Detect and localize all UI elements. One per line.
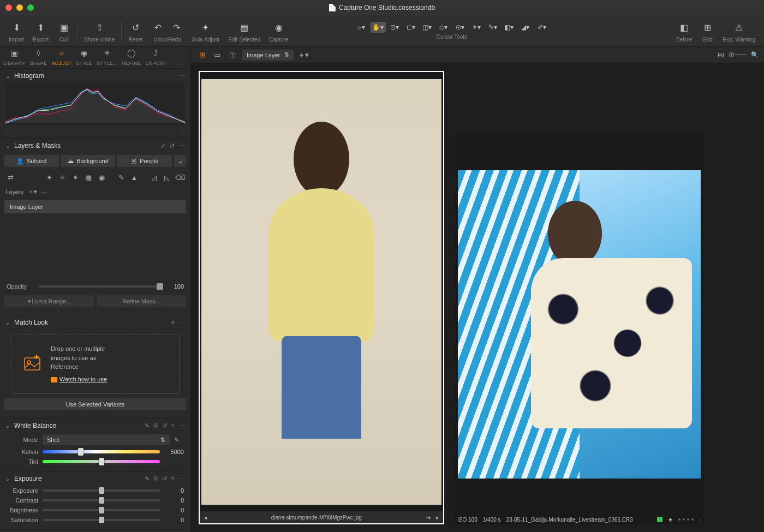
copy-icon[interactable]: ✎ xyxy=(145,475,150,482)
maximize-window[interactable] xyxy=(27,4,34,11)
cull-button[interactable]: ▣ Cull xyxy=(57,19,70,43)
add-viewer-icon[interactable]: ＋▾ xyxy=(298,50,309,61)
subject-mask-button[interactable]: 👤Subject xyxy=(4,155,59,167)
exposure-warning-button[interactable]: ⚠ Exp. Warning xyxy=(723,19,755,43)
clear-mask-icon[interactable]: ⌫ xyxy=(175,172,185,182)
panel-menu[interactable]: ⋯ xyxy=(179,475,185,482)
match-look-dropzone[interactable]: Drop one or multiple images to use as Re… xyxy=(11,334,180,394)
minimize-window[interactable] xyxy=(16,4,23,11)
erase-tool[interactable]: ◧▾ xyxy=(502,22,517,33)
capture-button[interactable]: ◉ Capture xyxy=(269,19,289,43)
panel-menu[interactable]: ⋯ xyxy=(179,422,185,429)
radial-mask-icon[interactable]: ◉ xyxy=(97,172,106,182)
background-mask-button[interactable]: ⛰Background xyxy=(61,155,116,167)
grid-view-icon[interactable]: ⊞ xyxy=(196,50,207,61)
undo-redo-button[interactable]: ↶↷ Undo/Redo xyxy=(152,19,183,43)
before-after-button[interactable]: ◧ Before xyxy=(676,19,692,43)
view-toggle[interactable]: ▫▾ xyxy=(426,515,431,521)
layer-item[interactable]: Image Layer xyxy=(4,200,186,213)
panel-menu[interactable]: ⋯ xyxy=(179,319,185,326)
remove-layer[interactable]: — xyxy=(41,189,47,195)
add-layer[interactable]: ＋▾ xyxy=(28,188,37,196)
edit-selected-button[interactable]: ▤ Edit Selected xyxy=(228,19,260,43)
keystone-tool[interactable]: ◇▾ xyxy=(436,22,451,33)
watch-link[interactable]: Watch how to use xyxy=(59,376,107,382)
chevron-down-icon[interactable]: ⌄ xyxy=(5,143,11,149)
reset-panel-icon[interactable]: ↺ xyxy=(170,142,175,150)
tab-refine[interactable]: ◯ REFINE xyxy=(122,47,141,68)
mask-options[interactable]: ⌄ xyxy=(174,155,186,167)
tab-style-more[interactable]: ☀ STYLE... xyxy=(97,47,117,68)
star-rating[interactable]: ★ xyxy=(668,517,673,523)
saturation-slider[interactable] xyxy=(43,519,160,521)
pointer-tool[interactable]: ▹▾ xyxy=(354,22,369,33)
tab-adjust[interactable]: ⟐ ADJUST xyxy=(51,47,71,68)
contrast-slider[interactable] xyxy=(43,499,160,501)
image-2[interactable]: ISO 100 1/400 s 23-05-11_Gabija-Morkunai… xyxy=(455,134,703,524)
single-view-icon[interactable]: ▭ xyxy=(212,50,223,61)
share-button[interactable]: ⇪ Share online xyxy=(84,19,115,43)
use-selected-variants-button[interactable]: Use Selected Variants xyxy=(4,398,186,410)
variant-icon[interactable]: ▫ xyxy=(699,517,701,523)
brush-tool[interactable]: ✎▾ xyxy=(485,22,500,33)
exposure-slider[interactable] xyxy=(43,489,160,492)
tint-slider[interactable] xyxy=(43,460,160,463)
loupe-tool[interactable]: ⊡▾ xyxy=(387,22,402,33)
crop-tool[interactable]: ⊏▾ xyxy=(403,22,419,33)
tab-export[interactable]: ⤴ EXPORT xyxy=(146,47,167,68)
reset-icon[interactable]: ↺ xyxy=(162,475,167,482)
image-1[interactable]: ◂ diana-simumpande-M7i6iMgzPwc.jpg ▫▾ ▸ xyxy=(199,71,444,524)
invert-mask-icon[interactable]: ◺ xyxy=(162,172,172,182)
close-window[interactable] xyxy=(5,4,12,11)
brush-mask-icon[interactable]: ✎ xyxy=(116,172,126,182)
annotate-tool[interactable]: ✐▾ xyxy=(534,22,550,33)
chevron-down-icon[interactable]: ⌄ xyxy=(5,476,11,482)
paste-icon[interactable]: ⎘ xyxy=(154,422,158,429)
chevron-down-icon[interactable]: ⌄ xyxy=(5,73,11,79)
tabs-more[interactable]: ⋯ xyxy=(175,61,188,68)
ai-select-icon[interactable]: ✴ xyxy=(70,172,80,182)
auto-adjust-button[interactable]: ✦ Auto Adjust xyxy=(192,19,220,43)
reset-button[interactable]: ↺ Reset xyxy=(128,19,142,43)
tab-style[interactable]: ◉ STYLE xyxy=(76,47,92,68)
prev-image[interactable]: ◂ xyxy=(204,515,207,521)
kelvin-slider[interactable] xyxy=(43,450,160,453)
panel-options[interactable]: ≡ xyxy=(171,319,175,326)
reset-icon[interactable]: ↺ xyxy=(162,422,167,429)
people-mask-button[interactable]: 웃People xyxy=(117,155,172,167)
layer-dropdown[interactable]: Image Layer⇅ xyxy=(242,50,294,61)
chevron-down-icon[interactable]: ⌄ xyxy=(5,320,11,326)
color-tag[interactable] xyxy=(657,517,662,522)
spot-tool[interactable]: ⊙▾ xyxy=(452,22,468,33)
panel-options[interactable]: ≡ xyxy=(171,422,175,429)
browser-view-icon[interactable]: ◫ xyxy=(227,50,238,61)
zoom-slider[interactable]: ⦿━━ xyxy=(729,52,747,58)
tab-shape[interactable]: ◊ SHAPE xyxy=(29,47,47,68)
opacity-slider[interactable] xyxy=(38,285,163,288)
next-image[interactable]: ▸ xyxy=(436,515,439,521)
linear-mask-icon[interactable]: ▦ xyxy=(83,172,93,182)
export-button[interactable]: ⬆ Export xyxy=(33,19,49,43)
eyedropper-icon[interactable]: ✎ xyxy=(174,437,184,444)
expand-icon[interactable]: ⤢ xyxy=(160,142,165,150)
panel-options[interactable]: ≡ xyxy=(171,475,175,482)
grid-button[interactable]: ⊞ Grid xyxy=(701,19,714,43)
magic-brush-icon[interactable]: ✦ xyxy=(44,172,54,182)
erase-mask-icon[interactable]: ◿ xyxy=(149,172,159,182)
chevron-down-icon[interactable]: ⌄ xyxy=(5,423,11,429)
rotate-tool[interactable]: ◫▾ xyxy=(420,22,435,33)
import-button[interactable]: ⬇ Import xyxy=(9,19,24,43)
wb-mode-select[interactable]: Shot⇅ xyxy=(43,434,170,445)
fill-mask-icon[interactable]: ▲ xyxy=(129,172,139,182)
hand-tool[interactable]: ✋▾ xyxy=(371,22,386,33)
search-icon[interactable]: 🔍 xyxy=(751,51,759,58)
panel-menu[interactable]: ⋯ xyxy=(179,73,185,80)
brightness-slider[interactable] xyxy=(43,509,160,511)
tab-library[interactable]: ▣ LIBRARY xyxy=(3,47,25,68)
refine-mask-button[interactable]: Refine Mask... xyxy=(97,295,187,307)
mask-settings-icon[interactable]: ⇄ xyxy=(5,172,15,182)
panel-menu[interactable]: ⋯ xyxy=(179,142,185,150)
rating-dots[interactable] xyxy=(678,518,694,521)
heal-tool[interactable]: ✴▾ xyxy=(469,22,484,33)
paste-icon[interactable]: ⎘ xyxy=(154,475,158,482)
